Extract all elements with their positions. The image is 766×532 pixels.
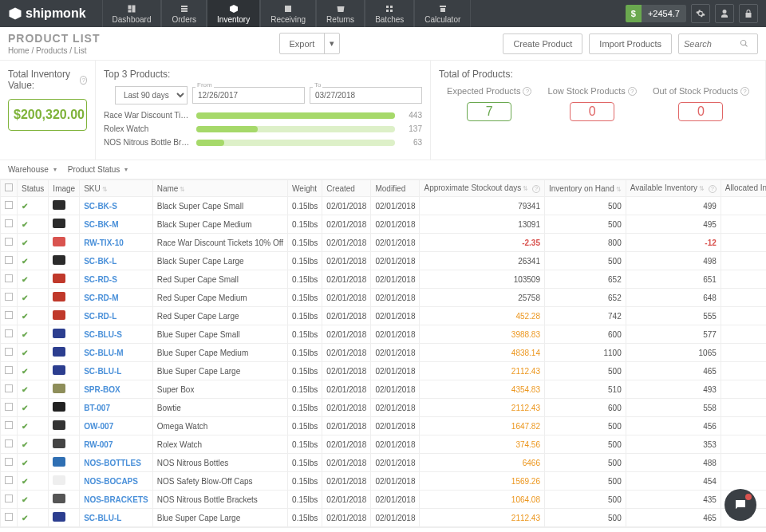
nav-dashboard[interactable]: Dashboard	[102, 0, 162, 27]
row-sku-cell[interactable]: SPR-BOX	[80, 380, 153, 399]
help-icon[interactable]: ?	[523, 87, 531, 96]
sku-link[interactable]: NOS-BOCAPS	[84, 477, 138, 486]
row-checkbox[interactable]	[5, 384, 13, 392]
sku-link[interactable]: RW-007	[84, 440, 113, 449]
info-icon[interactable]: ?	[532, 185, 540, 193]
sort-icon[interactable]: ⇅	[180, 186, 185, 193]
table-row[interactable]: ✔SC-BLU-LBlue Super Cape Large0.15lbs02/…	[1, 509, 767, 527]
row-checkbox[interactable]	[5, 238, 13, 246]
warehouse-filter[interactable]: Warehouse	[8, 165, 57, 174]
row-checkbox-cell[interactable]	[1, 509, 18, 527]
col-weight[interactable]: Weight	[288, 180, 322, 197]
row-sku-cell[interactable]: SC-BLU-L	[80, 362, 153, 380]
sort-icon[interactable]: ⇅	[699, 185, 705, 192]
row-sku-cell[interactable]: SC-BK-S	[80, 197, 153, 215]
row-checkbox-cell[interactable]	[1, 454, 18, 472]
table-row[interactable]: ✔SC-BK-LBlack Super Cape Large0.15lbs02/…	[1, 252, 767, 270]
sku-link[interactable]: SC-BLU-M	[84, 349, 123, 357]
row-checkbox-cell[interactable]	[1, 417, 18, 435]
table-row[interactable]: ✔SC-BK-SBlack Super Cape Small0.15lbs02/…	[1, 197, 767, 215]
row-checkbox[interactable]	[5, 439, 13, 447]
col-approximate-stockout-days[interactable]: Approximate Stockout days⇅ ?	[420, 180, 545, 197]
settings-button[interactable]	[691, 4, 710, 23]
help-icon[interactable]: ?	[740, 87, 749, 96]
sku-link[interactable]: SC-RD-M	[84, 294, 118, 302]
info-icon[interactable]: ?	[709, 185, 717, 193]
logo[interactable]: shipmonk	[8, 6, 86, 21]
row-checkbox-cell[interactable]	[1, 307, 18, 325]
row-checkbox-cell[interactable]	[1, 399, 18, 417]
sku-link[interactable]: SC-RD-S	[84, 275, 117, 284]
row-checkbox-cell[interactable]	[1, 325, 18, 344]
row-checkbox-cell[interactable]	[1, 234, 18, 252]
import-products-button[interactable]: Import Products	[589, 33, 672, 54]
sort-icon[interactable]: ⇅	[102, 186, 108, 193]
row-sku-cell[interactable]: OW-007	[80, 417, 153, 435]
sku-link[interactable]: SC-BK-L	[84, 257, 116, 266]
row-sku-cell[interactable]: NOS-BOTTLES	[80, 454, 153, 472]
sku-link[interactable]: NOS-BRACKETS	[84, 495, 148, 504]
lock-button[interactable]	[739, 4, 758, 23]
table-row[interactable]: ✔SC-BLU-LBlue Super Cape Large0.15lbs02/…	[1, 362, 767, 380]
row-sku-cell[interactable]: BT-007	[80, 399, 153, 417]
export-button[interactable]: Export ▾	[279, 33, 341, 54]
table-row[interactable]: ✔SC-RD-SRed Super Cape Small0.15lbs02/01…	[1, 270, 767, 289]
row-checkbox[interactable]	[5, 256, 13, 264]
row-checkbox[interactable]	[5, 403, 13, 411]
table-row[interactable]: ✔RW-TIX-10Race War Discount Tickets 10% …	[1, 234, 767, 252]
table-row[interactable]: ✔BT-007Bowtie0.15lbs02/01/201802/01/2018…	[1, 399, 767, 417]
user-button[interactable]	[715, 4, 734, 23]
create-product-button[interactable]: Create Product	[503, 33, 582, 54]
sku-link[interactable]: SC-RD-L	[84, 312, 116, 321]
row-sku-cell[interactable]: NOS-BOCAPS	[80, 472, 153, 491]
row-checkbox-cell[interactable]	[1, 197, 18, 215]
table-row[interactable]: ✔SC-RD-LRed Super Cape Large0.15lbs02/01…	[1, 307, 767, 325]
row-checkbox-cell[interactable]	[1, 491, 18, 509]
row-sku-cell[interactable]: RW-TIX-10	[80, 234, 153, 252]
col-sku[interactable]: SKU⇅	[80, 180, 153, 197]
col-name[interactable]: Name⇅	[152, 180, 287, 197]
help-icon[interactable]: ?	[628, 87, 637, 96]
sku-link[interactable]: SPR-BOX	[84, 385, 120, 394]
row-checkbox[interactable]	[5, 495, 13, 502]
row-sku-cell[interactable]: RW-007	[80, 435, 153, 454]
search-input[interactable]	[684, 39, 740, 49]
search-box[interactable]	[678, 33, 758, 54]
col-status[interactable]: Status	[18, 180, 49, 197]
row-sku-cell[interactable]: NOS-BRACKETS	[80, 491, 153, 509]
table-row[interactable]: ✔NOS-BOTTLESNOS Nitrous Bottles0.15lbs02…	[1, 454, 767, 472]
row-sku-cell[interactable]: SC-RD-L	[80, 307, 153, 325]
sort-icon[interactable]: ⇅	[616, 186, 622, 193]
table-row[interactable]: ✔NOS-BOCAPSNOS Safety Blow-Off Caps0.15l…	[1, 472, 767, 491]
sku-link[interactable]: SC-BLU-L	[84, 514, 121, 522]
row-sku-cell[interactable]: SC-BLU-L	[80, 509, 153, 527]
nav-calculator[interactable]: Calculator	[414, 0, 471, 27]
chat-fab[interactable]	[725, 489, 756, 521]
col-created[interactable]: Created	[322, 180, 371, 197]
row-sku-cell[interactable]: SC-BK-M	[80, 215, 153, 234]
from-date-input[interactable]	[192, 87, 305, 104]
row-sku-cell[interactable]: SC-BLU-M	[80, 344, 153, 362]
sku-link[interactable]: SC-BLU-S	[84, 330, 122, 339]
sku-link[interactable]: NOS-BOTTLES	[84, 459, 141, 467]
row-checkbox[interactable]	[5, 458, 13, 466]
crumb-home[interactable]: Home	[8, 46, 30, 55]
to-date-input[interactable]	[310, 87, 422, 104]
row-checkbox-cell[interactable]	[1, 362, 18, 380]
col-allocated-inventory[interactable]: Allocated Inventory⇅ ?	[721, 180, 766, 197]
row-checkbox-cell[interactable]	[1, 380, 18, 399]
row-checkbox-cell[interactable]	[1, 252, 18, 270]
row-checkbox-cell[interactable]	[1, 344, 18, 362]
col-inventory-on-hand[interactable]: Inventory on Hand⇅	[545, 180, 626, 197]
row-sku-cell[interactable]: SC-BK-L	[80, 252, 153, 270]
sku-link[interactable]: SC-BK-M	[84, 220, 118, 229]
row-sku-cell[interactable]: SC-BLU-S	[80, 325, 153, 344]
row-checkbox-cell[interactable]	[1, 270, 18, 289]
sort-icon[interactable]: ⇅	[523, 185, 528, 192]
row-checkbox-cell[interactable]	[1, 289, 18, 307]
col-checkbox[interactable]	[1, 180, 18, 197]
balance[interactable]: $ +2454.7	[626, 5, 686, 22]
range-select[interactable]: Last 90 days	[115, 86, 188, 104]
table-row[interactable]: ✔SC-BLU-SBlue Super Cape Small0.15lbs02/…	[1, 325, 767, 344]
col-available-inventory[interactable]: Available Inventory⇅ ?	[626, 180, 721, 197]
